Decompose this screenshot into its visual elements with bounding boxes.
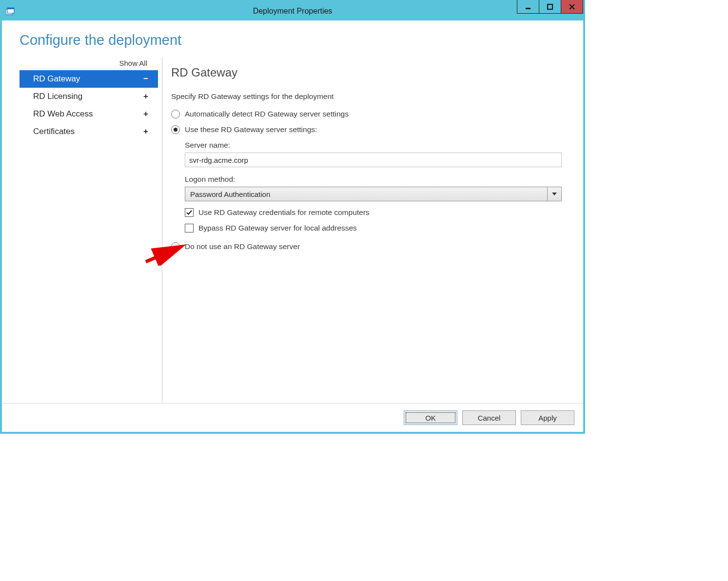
close-button[interactable] [561,0,583,14]
svg-rect-4 [548,4,552,9]
checkbox-checked-icon [185,208,194,217]
radio-icon [171,242,180,251]
option-label: Do not use an RD Gateway server [185,242,300,251]
settings-title: RD Gateway [171,66,566,79]
server-name-label: Server name: [185,141,562,150]
window-controls [517,0,583,14]
chevron-down-icon [547,187,561,201]
content-row: Show All RD Gateway − RD Licensing + RD … [2,53,583,403]
radio-icon [171,110,180,118]
sidebar-item-label: RD Web Access [33,109,93,119]
expand-icon: + [143,127,148,136]
checkbox-unchecked-icon [185,224,194,232]
maximize-button[interactable] [539,0,561,14]
collapse-icon: − [143,74,148,84]
server-name-input[interactable] [185,153,562,167]
sidebar-item-rd-web-access[interactable]: RD Web Access + [20,105,158,123]
logon-method-dropdown[interactable]: Password Authentication [185,187,562,201]
checkbox-use-gateway-credentials[interactable]: Use RD Gateway credentials for remote co… [185,208,562,217]
expand-icon: + [143,109,148,119]
deployment-properties-window: Deployment Properties Configure the depl… [0,0,585,434]
option-do-not-use[interactable]: Do not use an RD Gateway server [171,242,566,251]
sidebar-item-certificates[interactable]: Certificates + [20,123,158,140]
sidebar-item-label: RD Licensing [33,92,82,101]
gateway-sub-settings: Server name: Logon method: Password Auth… [185,141,562,232]
logon-method-label: Logon method: [185,175,562,184]
svg-rect-3 [526,8,531,9]
option-label: Automatically detect RD Gateway server s… [185,110,349,118]
svg-marker-7 [552,193,557,195]
option-label: Use these RD Gateway server settings: [185,125,317,134]
minimize-button[interactable] [517,0,539,14]
option-use-these-settings[interactable]: Use these RD Gateway server settings: [171,125,566,134]
titlebar: Deployment Properties [2,2,583,20]
checkbox-bypass-local[interactable]: Bypass RD Gateway server for local addre… [185,224,562,232]
app-icon [6,7,15,15]
svg-rect-2 [7,8,14,9]
apply-button[interactable]: Apply [521,410,574,425]
dropdown-value: Password Authentication [185,187,547,201]
cancel-button[interactable]: Cancel [462,410,516,425]
option-auto-detect[interactable]: Automatically detect RD Gateway server s… [171,110,566,118]
window-title: Deployment Properties [2,7,583,16]
vertical-divider [162,57,162,403]
sidebar: Show All RD Gateway − RD Licensing + RD … [20,57,158,403]
dialog-footer: OK Cancel Apply [2,403,583,432]
checkbox-label: Bypass RD Gateway server for local addre… [198,224,357,232]
radio-selected-icon [171,125,180,134]
checkbox-label: Use RD Gateway credentials for remote co… [198,208,370,217]
ok-button[interactable]: OK [404,410,457,425]
page-header: Configure the deployment [2,20,583,53]
window-body: Configure the deployment Show All RD Gat… [2,20,583,432]
sidebar-item-label: Certificates [33,127,75,136]
sidebar-item-rd-gateway[interactable]: RD Gateway − [20,70,158,88]
settings-pane: RD Gateway Specify RD Gateway settings f… [171,57,566,403]
sidebar-item-rd-licensing[interactable]: RD Licensing + [20,88,158,105]
sidebar-item-label: RD Gateway [33,74,80,84]
settings-instruction: Specify RD Gateway settings for the depl… [171,92,566,101]
page-title: Configure the deployment [20,32,566,48]
show-all-link[interactable]: Show All [20,59,158,67]
expand-icon: + [143,92,148,101]
